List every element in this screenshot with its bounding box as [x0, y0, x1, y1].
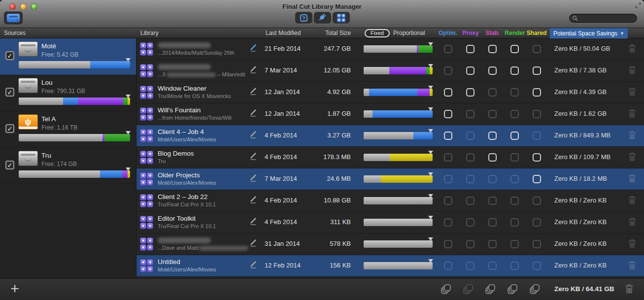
library-row[interactable]: Window Cleaner Tru/iMovie for OS X Maver… [136, 82, 644, 103]
library-row[interactable]: ...2014/Media/Matt/Sunday 26th 21 Feb 20… [136, 38, 644, 60]
batch-column-button-4[interactable] [529, 284, 540, 295]
edit-pencil-icon[interactable] [249, 260, 260, 271]
render-checkbox[interactable] [510, 218, 519, 227]
connect-button[interactable] [314, 12, 331, 24]
shared-checkbox[interactable] [533, 197, 541, 205]
library-row[interactable]: Older Projects Moté/Users/Alex/Movies 7 … [136, 168, 644, 190]
column-header-render[interactable]: Render [505, 30, 525, 36]
optim-checkbox[interactable] [444, 110, 452, 118]
libraries-button[interactable] [333, 12, 350, 24]
fixed-scale-toggle[interactable]: Fixed [365, 29, 390, 37]
trash-icon[interactable] [628, 109, 636, 120]
shared-checkbox[interactable] [533, 88, 541, 97]
render-checkbox[interactable] [510, 240, 519, 248]
sources-toolbar-button[interactable] [4, 11, 23, 25]
proxy-checkbox[interactable] [466, 88, 475, 97]
stab-checkbox[interactable] [488, 88, 497, 97]
search-input[interactable] [580, 16, 632, 22]
library-row[interactable]: Untitled Moté/Users/Alex/Movies 12 Feb 2… [136, 255, 644, 277]
source-checkbox[interactable] [5, 161, 14, 169]
edit-pencil-icon[interactable] [249, 152, 260, 163]
optim-checkbox[interactable] [444, 153, 452, 162]
shared-checkbox[interactable] [533, 218, 541, 227]
render-checkbox[interactable] [510, 175, 519, 183]
proxy-checkbox[interactable] [466, 153, 475, 162]
trash-icon[interactable] [625, 284, 634, 296]
trash-icon[interactable] [628, 87, 636, 98]
shared-checkbox[interactable] [533, 45, 541, 53]
stab-checkbox[interactable] [488, 132, 497, 140]
fullscreen-icon[interactable] [635, 2, 642, 11]
optim-checkbox[interactable] [444, 88, 452, 97]
render-checkbox[interactable] [510, 153, 519, 162]
shared-checkbox[interactable] [533, 240, 541, 248]
library-row[interactable]: Blog Demos Tru 4 Feb 2014 178.3 MB Zero … [136, 147, 644, 168]
source-item[interactable]: Lou Free: 790.31 GB [0, 75, 136, 111]
help-button[interactable] [295, 12, 312, 24]
batch-column-button-3[interactable] [507, 284, 518, 295]
render-checkbox[interactable] [510, 45, 519, 53]
shared-checkbox[interactable] [533, 153, 541, 162]
last-modified-column-header[interactable]: Last Modified [266, 30, 301, 36]
optim-checkbox[interactable] [444, 67, 452, 75]
edit-pencil-icon[interactable] [249, 108, 260, 119]
batch-column-button-1[interactable] [463, 284, 474, 295]
optim-checkbox[interactable] [444, 197, 452, 205]
render-checkbox[interactable] [510, 110, 519, 118]
source-item[interactable]: Moté Free: 5.42 GB [0, 38, 136, 75]
proxy-checkbox[interactable] [466, 132, 475, 140]
source-checkbox[interactable] [5, 88, 14, 97]
column-header-shared[interactable]: Shared [527, 30, 547, 36]
column-header-optim[interactable]: Optim. [439, 30, 457, 36]
edit-pencil-icon[interactable] [249, 238, 260, 249]
batch-column-button-0[interactable] [441, 284, 451, 295]
library-row[interactable]: ...Dave and Matt/ 31 Jan 2014 578 KB Zer… [136, 233, 644, 255]
stab-checkbox[interactable] [488, 240, 497, 248]
stab-checkbox[interactable] [488, 262, 497, 270]
render-checkbox[interactable] [510, 88, 519, 97]
proxy-checkbox[interactable] [466, 218, 475, 227]
edit-pencil-icon[interactable] [249, 195, 260, 206]
trash-icon[interactable] [628, 217, 636, 228]
library-row[interactable]: Client 4 – Job 4 Moté/Users/Alex/Movies … [136, 125, 644, 147]
proxy-checkbox[interactable] [466, 45, 475, 53]
edit-pencil-icon[interactable] [249, 217, 260, 228]
proxy-checkbox[interactable] [466, 262, 475, 270]
stab-checkbox[interactable] [488, 67, 497, 75]
library-row[interactable]: Client 2 – Job 22 Tru/Final Cut Pro X 10… [136, 190, 644, 212]
proportional-scale-toggle[interactable]: Proportional [393, 30, 425, 36]
trash-icon[interactable] [628, 174, 636, 185]
stab-checkbox[interactable] [488, 218, 497, 227]
potential-space-savings-sort-header[interactable]: Potential Space Savings ▼ [550, 28, 628, 38]
column-header-proxy[interactable]: Proxy [462, 30, 478, 36]
stab-checkbox[interactable] [488, 45, 497, 53]
trash-icon[interactable] [628, 239, 636, 250]
optim-checkbox[interactable] [444, 262, 452, 270]
proxy-checkbox[interactable] [466, 197, 475, 205]
trash-icon[interactable] [628, 152, 636, 163]
library-row[interactable]: Will's Fountain ...from Home/friends/Ton… [136, 103, 644, 125]
trash-icon[interactable] [628, 44, 636, 55]
library-row[interactable]: Editor Toolkit Tru/Final Cut Pro X 10.1 … [136, 212, 644, 233]
render-checkbox[interactable] [510, 132, 519, 140]
trash-icon[interactable] [628, 261, 636, 271]
render-checkbox[interactable] [510, 67, 519, 75]
proxy-checkbox[interactable] [466, 67, 475, 75]
batch-column-button-2[interactable] [485, 284, 496, 295]
shared-checkbox[interactable] [533, 132, 541, 140]
stab-checkbox[interactable] [488, 110, 497, 118]
optim-checkbox[interactable] [444, 175, 452, 183]
edit-pencil-icon[interactable] [249, 43, 260, 54]
render-checkbox[interactable] [510, 197, 519, 205]
source-item[interactable]: Tel A Free: 1.16 TB [0, 111, 136, 148]
proxy-checkbox[interactable] [466, 240, 475, 248]
trash-icon[interactable] [628, 131, 636, 141]
edit-pencil-icon[interactable] [249, 65, 260, 76]
optim-checkbox[interactable] [444, 218, 452, 227]
source-item[interactable]: Tru Free: 174 GB [0, 148, 136, 184]
source-checkbox[interactable] [5, 51, 14, 60]
edit-pencil-icon[interactable] [249, 87, 260, 98]
stab-checkbox[interactable] [488, 197, 497, 205]
search-field[interactable] [569, 14, 637, 23]
total-size-column-header[interactable]: Total Size [306, 30, 351, 36]
